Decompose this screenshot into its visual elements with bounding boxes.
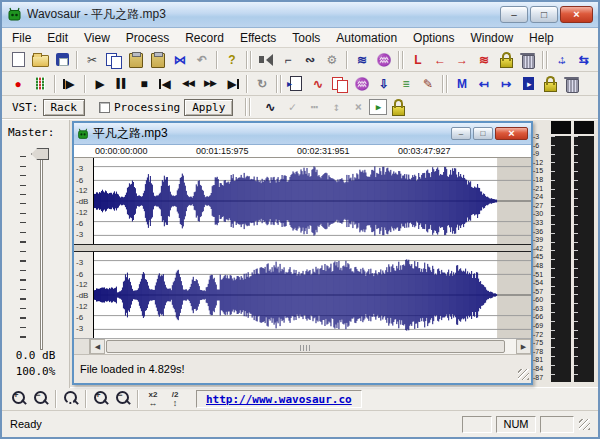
waveform-mix-icon[interactable]: ♒ [373,50,395,70]
marker-previous-icon[interactable]: ↤ [473,74,495,94]
zoom-vertical-out-icon[interactable]: − [112,389,134,409]
normalize-icon[interactable]: ⇩ [373,74,395,94]
repair-icon[interactable]: ⚙ [321,50,343,70]
horizontal-scrollbar: ◀ ▶ [74,338,531,354]
loop-playback-icon[interactable]: ↻ [251,74,273,94]
menu-automation[interactable]: Automation [328,29,405,47]
fade-out-icon[interactable]: → [451,50,473,70]
waveform-plot-left[interactable] [93,158,531,244]
vst-apply-button[interactable]: Apply [184,99,233,116]
vst-rack-button[interactable]: Rack [43,99,86,116]
zoom-selection-icon[interactable] [60,389,82,409]
window-title: Wavosaur - 平凡之路.mp3 [27,6,498,23]
timeline-ruler[interactable]: 00:00:00:00000:01:15:97500:02:31:95100:0… [74,145,531,158]
interpolate-icon[interactable]: ⌐ [277,50,299,70]
menu-tools[interactable]: Tools [284,29,328,47]
wavosaur-link[interactable]: http://www.wavosaur.co [206,393,352,406]
vst-remove-icon[interactable]: × [347,97,369,117]
vst-envelope-icon[interactable]: ∿ [259,97,281,117]
copy-icon[interactable] [103,50,125,70]
help-icon[interactable]: ? [221,50,243,70]
menu-file[interactable]: File [4,29,39,47]
waveform-red-icon[interactable]: ≋ [473,50,495,70]
zoom-x2-icon[interactable]: x2 [142,389,164,409]
vst-more-icon[interactable]: ⋯ [303,97,325,117]
connect-points-icon[interactable]: ∾ [299,50,321,70]
fade-in-icon[interactable]: ← [429,50,451,70]
menu-options[interactable]: Options [405,29,462,47]
menu-window[interactable]: Window [462,29,521,47]
scrollbar-thumb[interactable] [106,340,505,353]
analysis-curve-icon[interactable]: ∿ [307,74,329,94]
maximize-button[interactable]: □ [530,6,558,23]
master-slider-thumb[interactable] [31,148,49,160]
go-to-start-icon[interactable]: ◀ [155,74,177,94]
zoom-out-icon[interactable]: − [30,389,52,409]
undo-icon[interactable]: ↶ [191,50,213,70]
vst-updown-icon[interactable]: ↕ [325,97,347,117]
marker-icon[interactable]: M [451,74,473,94]
go-to-end-icon[interactable]: ▶ [221,74,243,94]
save-file-icon[interactable] [51,50,73,70]
insert-play-marker-icon[interactable] [285,74,307,94]
meter-scale-label: -33 [533,219,550,226]
resize-grip[interactable] [518,369,529,380]
waveform-blue-icon[interactable]: ≋ [351,50,373,70]
title-bar[interactable]: Wavosaur - 平凡之路.mp3 – □ × [2,2,598,28]
marker-next-icon[interactable]: ↦ [495,74,517,94]
waveform-settings-icon[interactable]: ♒ [351,74,373,94]
vst-play-icon[interactable]: ▶ [369,99,387,115]
paste-insert-icon[interactable] [147,50,169,70]
record-icon[interactable]: ● [7,74,29,94]
cut-icon[interactable]: ✂ [81,50,103,70]
editor-title-bar[interactable]: 平凡之路.mp3 – □ × [74,123,531,145]
scrollbar-track[interactable] [105,339,516,354]
zoom-half-icon[interactable]: /2 [164,389,186,409]
scroll-right-arrow-icon[interactable]: ▶ [516,339,531,354]
batch-pages-icon[interactable] [329,74,351,94]
mute-icon[interactable] [255,50,277,70]
processing-checkbox[interactable] [99,102,110,113]
menu-effects[interactable]: Effects [232,29,284,47]
lock-icon[interactable] [495,50,517,70]
menu-edit[interactable]: Edit [39,29,76,47]
menu-view[interactable]: View [76,29,118,47]
monitor-out-icon[interactable] [517,74,539,94]
close-button[interactable]: × [560,6,593,23]
pause-icon[interactable]: ▌▌ [111,74,133,94]
vst-lock-icon[interactable] [387,97,409,117]
play-icon[interactable]: ▶ [89,74,111,94]
stop-icon[interactable]: ■ [133,74,155,94]
delete-markers-icon[interactable] [561,74,583,94]
loop-marker-icon[interactable]: L [407,50,429,70]
window-resize-grip[interactable] [579,419,590,430]
menu-record[interactable]: Record [177,29,232,47]
delete-icon[interactable] [517,50,539,70]
vst-confirm-icon[interactable]: ✓ [281,97,303,117]
zoom-vertical-in-icon[interactable]: + [90,389,112,409]
open-file-icon[interactable] [29,50,51,70]
editor-minimize-button[interactable]: – [451,127,471,140]
fast-forward-icon[interactable]: ▶▶ [199,74,221,94]
waveform-area: -3-6-12-dB-12-6-3 -3-6-12-dB-12-6-3 [74,158,531,338]
statistics-icon[interactable]: ≡ [395,74,417,94]
paste-icon[interactable] [125,50,147,70]
new-file-icon[interactable] [7,50,29,70]
pencil-edit-icon[interactable]: ✎ [417,74,439,94]
rewind-icon[interactable]: ◀◀ [177,74,199,94]
master-slider-track[interactable] [40,152,43,350]
minimize-button[interactable]: – [500,6,528,23]
waveform-plot-right[interactable] [93,252,531,338]
menu-help[interactable]: Help [521,29,562,47]
editor-restore-button[interactable]: □ [473,127,493,140]
scroll-left-arrow-icon[interactable]: ◀ [90,339,105,354]
crop-selection-icon[interactable]: ⋈ [169,50,191,70]
menu-process[interactable]: Process [118,29,177,47]
play-from-cursor-icon[interactable]: ▶ [59,74,81,94]
lock-markers-icon[interactable] [539,74,561,94]
move-all-directions-icon[interactable] [551,50,573,70]
record-pause-icon[interactable] [29,74,51,94]
editor-close-button[interactable]: × [495,127,528,140]
swap-channels-icon[interactable]: ⇆ [573,50,595,70]
zoom-in-icon[interactable]: + [8,389,30,409]
